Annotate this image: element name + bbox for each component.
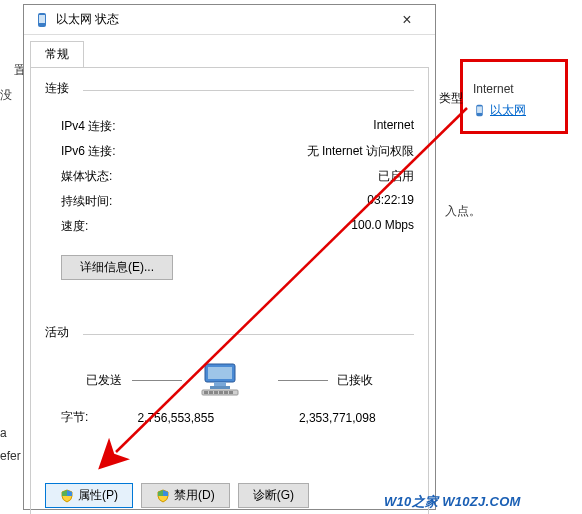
ethernet-icon [473,104,486,117]
bytes-sent-value: 2,756,553,855 [115,411,237,425]
divider [83,90,414,91]
shield-icon [60,489,74,503]
section-activity-label: 活动 [45,324,414,341]
line-decoration [132,380,182,381]
shield-icon [156,489,170,503]
svg-rect-11 [214,391,218,394]
sent-label: 已发送 [86,373,122,387]
computer-activity-icon [200,362,240,396]
svg-rect-6 [214,382,226,386]
duration-label: 持续时间: [61,193,112,210]
media-state-value: 已启用 [378,168,414,185]
duration-value: 03:22:19 [367,193,414,210]
media-state-label: 媒体状态: [61,168,112,185]
bg-access-point-text: 入点。 [445,203,481,220]
properties-button[interactable]: 属性(P) [45,483,133,508]
ipv6-label: IPv6 连接: [61,143,116,160]
diagnose-button-label: 诊断(G) [253,487,294,504]
speed-value: 100.0 Mbps [351,218,414,235]
svg-rect-14 [229,391,233,394]
network-title: Internet [473,82,555,96]
tab-general[interactable]: 常规 [30,41,84,68]
svg-rect-5 [208,367,232,379]
bytes-label: 字节: [61,409,115,426]
svg-rect-10 [209,391,213,394]
section-connection-label: 连接 [45,80,414,97]
disable-button[interactable]: 禁用(D) [141,483,230,508]
line-decoration [278,380,328,381]
svg-rect-12 [219,391,223,394]
svg-rect-7 [210,386,230,389]
ethernet-titlebar-icon [34,12,50,28]
details-button[interactable]: 详细信息(E)... [61,255,173,280]
titlebar: 以太网 状态 × [24,5,435,35]
bg-clipped-text: 没 [0,87,12,104]
svg-rect-9 [204,391,208,394]
ipv6-value: 无 Internet 访问权限 [307,143,414,160]
speed-label: 速度: [61,218,88,235]
bg-clipped-text: efer [0,449,21,463]
general-panel: 连接 IPv4 连接: Internet IPv6 连接: 无 Internet… [30,67,429,514]
ethernet-link-label: 以太网 [490,102,526,119]
svg-rect-3 [39,15,45,23]
ipv4-label: IPv4 连接: [61,118,116,135]
disable-button-label: 禁用(D) [174,487,215,504]
ethernet-link[interactable]: 以太网 [473,102,555,119]
svg-rect-13 [224,391,228,394]
divider [83,334,414,335]
properties-button-label: 属性(P) [78,487,118,504]
type-label: 类型 [439,90,463,107]
close-button[interactable]: × [385,6,429,34]
bytes-received-value: 2,353,771,098 [277,411,399,425]
received-label: 已接收 [337,373,373,387]
ipv4-value: Internet [373,118,414,135]
diagnose-button[interactable]: 诊断(G) [238,483,309,508]
ethernet-status-window: 以太网 状态 × 常规 连接 IPv4 连接: Internet IPv6 连接… [23,4,436,510]
bg-clipped-text: a [0,426,7,440]
svg-rect-1 [477,106,482,113]
window-title: 以太网 状态 [56,11,385,28]
network-type-highlight-box: 类型 Internet 以太网 [460,59,568,134]
watermark: W10之家 W10ZJ.COM [384,493,521,511]
